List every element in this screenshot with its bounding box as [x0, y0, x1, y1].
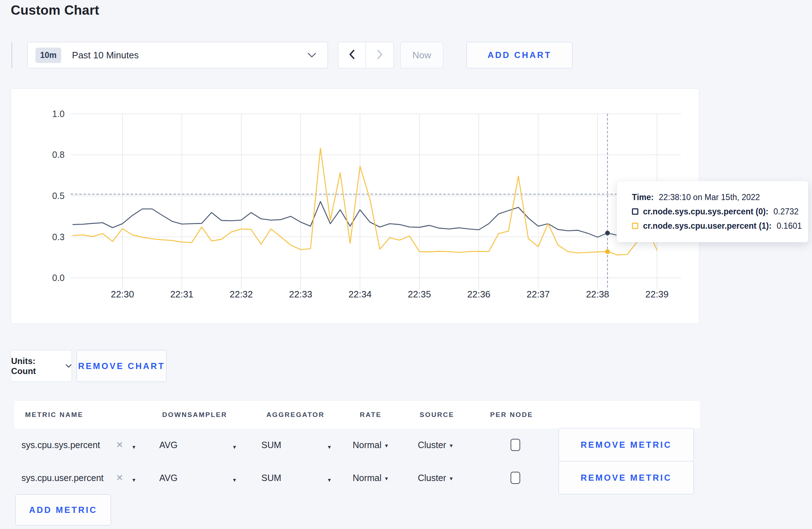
timeframe-pager	[338, 42, 394, 68]
prev-timeframe-button[interactable]	[338, 42, 366, 68]
metric-name-select[interactable]: sys.cpu.sys.percent	[21, 440, 100, 450]
remove-metric-button[interactable]: REMOVE METRIC	[559, 428, 694, 461]
svg-text:22:39: 22:39	[646, 289, 669, 299]
caret-down-icon[interactable]: ▼	[327, 477, 332, 483]
clear-metric-icon[interactable]: ✕	[116, 440, 123, 450]
remove-chart-button[interactable]: REMOVE CHART	[77, 350, 166, 382]
caret-down-icon: ▼	[384, 476, 389, 481]
svg-text:22:38: 22:38	[586, 289, 609, 299]
caret-down-icon: ▼	[384, 443, 389, 448]
svg-text:22:37: 22:37	[527, 289, 550, 299]
chevron-down-icon	[66, 364, 72, 368]
chevron-right-icon	[376, 49, 384, 62]
now-button[interactable]: Now	[400, 42, 443, 68]
caret-down-icon[interactable]: ▼	[232, 444, 237, 450]
series-swatch-icon	[632, 223, 638, 229]
aggregator-select[interactable]: SUM	[261, 473, 281, 483]
tooltip-series-name: cr.node.sys.cpu.sys.percent (0):	[643, 207, 768, 217]
metric-table-row: sys.cpu.sys.percent ✕ ▼ AVG ▼ SUM ▼ Norm…	[14, 428, 700, 461]
series-swatch-icon	[632, 208, 638, 215]
per-node-checkbox[interactable]	[511, 439, 520, 451]
svg-text:0.8: 0.8	[52, 150, 65, 160]
metric-table-row: sys.cpu.user.percent ✕ ▼ AVG ▼ SUM ▼ Nor…	[14, 461, 700, 494]
downsampler-select[interactable]: AVG	[159, 473, 178, 483]
timeframe-label: Past 10 Minutes	[72, 50, 139, 61]
aggregator-select[interactable]: SUM	[261, 440, 281, 450]
svg-text:22:30: 22:30	[111, 289, 134, 299]
svg-text:22:31: 22:31	[170, 289, 193, 299]
caret-down-icon[interactable]: ▼	[327, 444, 332, 450]
rate-select[interactable]: Normal ▼	[353, 473, 389, 483]
svg-text:0.5: 0.5	[52, 191, 65, 201]
source-select[interactable]: Cluster ▼	[418, 440, 454, 450]
downsampler-select[interactable]: AVG	[159, 440, 178, 450]
column-header-aggregator: AGGREGATOR	[266, 411, 325, 419]
svg-text:22:35: 22:35	[408, 289, 431, 299]
tooltip-series-value: 0.1601	[777, 221, 802, 231]
column-header-per-node: PER NODE	[490, 411, 533, 419]
units-dropdown[interactable]: Units: Count	[11, 350, 72, 382]
chevron-left-icon	[348, 49, 356, 62]
timeframe-dropdown[interactable]: 10m Past 10 Minutes	[27, 42, 328, 68]
caret-down-icon[interactable]: ▼	[131, 444, 136, 450]
svg-text:1.0: 1.0	[52, 109, 65, 119]
custom-chart-plot[interactable]: 0.00.30.50.81.022:3022:3122:3222:3322:34…	[11, 89, 699, 324]
rate-select[interactable]: Normal ▼	[353, 440, 389, 450]
toolbar-divider	[11, 42, 12, 68]
caret-down-icon[interactable]: ▼	[131, 477, 136, 483]
remove-metric-button[interactable]: REMOVE METRIC	[559, 461, 694, 494]
tooltip-series-name: cr.node.sys.cpu.user.percent (1):	[643, 221, 772, 231]
next-timeframe-button[interactable]	[366, 42, 393, 68]
column-header-rate: RATE	[360, 411, 382, 419]
caret-down-icon: ▼	[449, 443, 454, 448]
svg-text:22:33: 22:33	[289, 289, 312, 299]
metric-name-select[interactable]: sys.cpu.user.percent	[21, 473, 103, 483]
units-label: Units: Count	[11, 356, 61, 376]
page-title: Custom Chart	[11, 3, 99, 18]
svg-text:0.0: 0.0	[52, 273, 65, 283]
chevron-down-icon	[308, 53, 316, 58]
caret-down-icon: ▼	[449, 476, 454, 481]
per-node-checkbox[interactable]	[511, 472, 520, 484]
svg-text:22:34: 22:34	[348, 289, 372, 299]
clear-metric-icon[interactable]: ✕	[116, 473, 123, 483]
tooltip-series-value: 0.2732	[773, 207, 798, 217]
svg-text:22:32: 22:32	[229, 289, 253, 299]
tooltip-time-label: Time:	[632, 193, 654, 202]
column-header-source: SOURCE	[420, 411, 454, 419]
tooltip-series-row: cr.node.sys.cpu.user.percent (1): 0.1601	[632, 219, 801, 233]
source-select[interactable]: Cluster ▼	[418, 473, 454, 483]
add-metric-button[interactable]: ADD METRIC	[15, 494, 111, 525]
timeframe-badge: 10m	[35, 48, 61, 63]
column-header-metric-name: METRIC NAME	[25, 411, 83, 419]
tooltip-series-row: cr.node.sys.cpu.sys.percent (0): 0.2732	[632, 204, 801, 219]
caret-down-icon[interactable]: ▼	[232, 477, 237, 483]
svg-text:22:36: 22:36	[467, 289, 490, 299]
column-header-downsampler: DOWNSAMPLER	[162, 411, 227, 419]
tooltip-time-row: Time: 22:38:10 on Mar 15th, 2022	[632, 190, 801, 204]
metrics-table-header: METRIC NAME DOWNSAMPLER AGGREGATOR RATE …	[14, 401, 700, 428]
chart-card: 0.00.30.50.81.022:3022:3122:3222:3322:34…	[11, 88, 699, 324]
add-chart-button[interactable]: ADD CHART	[467, 42, 572, 68]
tooltip-time-value: 22:38:10 on Mar 15th, 2022	[659, 193, 760, 202]
metrics-table-body: sys.cpu.sys.percent ✕ ▼ AVG ▼ SUM ▼ Norm…	[14, 428, 700, 494]
svg-text:0.3: 0.3	[52, 232, 65, 242]
chart-tooltip: Time: 22:38:10 on Mar 15th, 2022 cr.node…	[617, 181, 808, 242]
